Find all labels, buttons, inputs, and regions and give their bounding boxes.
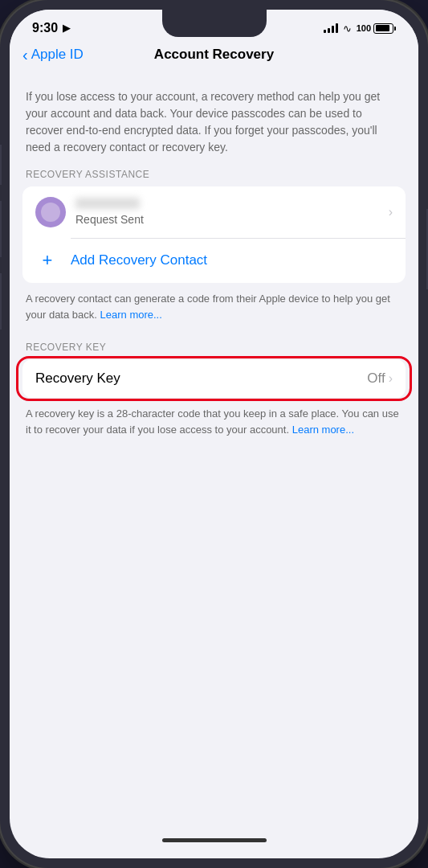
add-contact-label: Add Recovery Contact [71,252,207,268]
recovery-key-label: Recovery Key [35,371,367,387]
chevron-right-icon: › [389,205,393,219]
home-indicator[interactable] [162,838,267,842]
contact-status: Request Sent [75,213,144,226]
recovery-assistance-helper: A recovery contact can generate a code f… [10,283,418,338]
helper-text-content: A recovery contact can generate a code f… [26,293,390,321]
back-button[interactable]: ‹ Apple ID [22,47,87,63]
signal-icon [324,23,338,33]
add-icon: + [35,248,59,272]
location-icon: ▶ [63,23,70,34]
status-time: 9:30 ▶ [32,21,70,35]
recovery-key-description: A recovery key is a 28-character code th… [10,398,418,450]
plus-icon: + [43,252,53,269]
signal-bar-1 [324,30,326,33]
contact-name-blurred [75,198,140,209]
phone-shell: 9:30 ▶ ∿ 100 [0,0,428,868]
nav-header: ‹ Apple ID Account Recovery [10,40,418,72]
content-area: If you lose access to your account, a re… [10,72,418,858]
signal-bar-2 [328,28,330,33]
status-icons: ∿ 100 [324,23,396,35]
learn-more-link-2[interactable]: Learn more... [292,424,354,436]
recovery-assistance-card: Request Sent › + Add Recovery Contact [22,186,406,283]
recovery-key-item[interactable]: Recovery Key Off › [22,359,406,398]
wifi-icon: ∿ [343,23,352,35]
contact-info: Request Sent [75,198,389,227]
battery-icon: 100 [357,23,396,34]
recovery-key-section: RECOVERY KEY Recovery Key Off › A recove… [10,342,418,450]
volume-down-button[interactable] [0,201,2,257]
signal-bar-3 [332,26,334,33]
back-label: Apple ID [31,47,84,63]
recovery-key-value: Off [367,371,385,387]
battery-fill [376,25,389,31]
contact-avatar-inner [41,203,60,222]
battery-percent: 100 [357,23,371,33]
silent-switch[interactable] [0,273,2,330]
add-recovery-contact-item[interactable]: + Add Recovery Contact [22,238,406,283]
recovery-contact-item[interactable]: Request Sent › [22,186,406,238]
recovery-key-card: Recovery Key Off › [22,359,406,398]
volume-up-button[interactable] [0,145,2,185]
learn-more-link-1[interactable]: Learn more... [100,309,162,321]
time-display: 9:30 [32,21,58,35]
description-text: If you lose access to your account, a re… [10,72,418,169]
page-title: Account Recovery [87,47,341,63]
signal-bar-4 [336,23,338,33]
back-chevron-icon: ‹ [22,47,28,63]
notch [162,10,267,37]
phone-screen: 9:30 ▶ ∿ 100 [10,10,418,858]
contact-avatar [35,197,66,227]
recovery-assistance-section-header: RECOVERY ASSISTANCE [10,169,418,186]
recovery-key-section-header: RECOVERY KEY [10,342,418,359]
battery-tip [394,27,396,31]
recovery-key-chevron-icon: › [389,371,393,386]
battery-body [373,23,393,34]
